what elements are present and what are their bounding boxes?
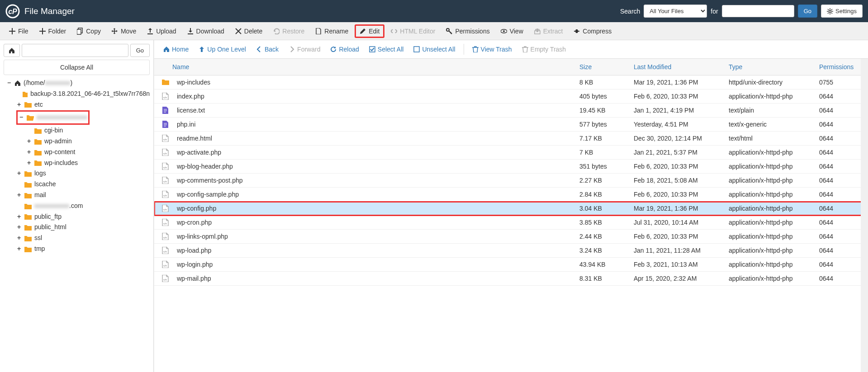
tree-item[interactable]: +wp-content: [26, 147, 150, 158]
nav-back-button[interactable]: Back: [251, 43, 283, 56]
tree-item[interactable]: lscache: [16, 179, 150, 190]
tree-item[interactable]: +ssl: [16, 233, 150, 244]
file-row[interactable]: wp-mail.php8.31 KBApr 15, 2020, 2:32 AMa…: [154, 272, 868, 286]
search-scope-select[interactable]: All Your Files: [644, 5, 707, 18]
file-row[interactable]: php.ini577 bytesYesterday, 4:51 PMtext/x…: [154, 118, 868, 132]
tree-item-label: public_ftp: [34, 212, 62, 222]
tree-item-label: mail: [34, 190, 46, 201]
tree-toggle[interactable]: +: [16, 244, 22, 254]
nav-unselect-all-button[interactable]: Unselect All: [409, 43, 460, 56]
col-header-type[interactable]: Type: [723, 59, 814, 75]
folder-icon: [24, 170, 32, 177]
file-perm: 0644: [814, 104, 868, 117]
col-header-size[interactable]: Size: [574, 59, 628, 75]
permissions-button[interactable]: Permissions: [441, 25, 494, 38]
scrollbar[interactable]: [861, 59, 868, 372]
tree-toggle[interactable]: −: [19, 112, 24, 123]
file-row[interactable]: wp-activate.php7 KBJan 21, 2021, 5:37 PM…: [154, 146, 868, 160]
tree-toggle[interactable]: +: [16, 99, 22, 110]
download-icon: [187, 28, 194, 34]
col-header-name[interactable]: Name: [154, 59, 574, 75]
file-perm: 0644: [814, 230, 868, 243]
edit-button[interactable]: Edit: [355, 24, 384, 38]
copy-icon: [77, 28, 83, 35]
file-perm: 0644: [814, 258, 868, 271]
file-row[interactable]: wp-load.php3.24 KBJan 11, 2021, 11:28 AM…: [154, 244, 868, 258]
file-row[interactable]: wp-blog-header.php351 bytesFeb 6, 2020, …: [154, 160, 868, 174]
tree-item[interactable]: +logs: [16, 168, 150, 179]
move-button[interactable]: Move: [107, 25, 141, 38]
new-folder-button[interactable]: Folder: [35, 25, 71, 38]
delete-button[interactable]: Delete: [231, 25, 267, 38]
tree-item[interactable]: −xxxxxxxxxxxxxxxx: [16, 110, 90, 125]
tree-item[interactable]: +wp-admin: [26, 136, 150, 147]
tree-toggle[interactable]: +: [16, 212, 22, 222]
tree-toggle[interactable]: +: [16, 190, 22, 201]
file-row[interactable]: wp-login.php43.94 KBFeb 3, 2021, 10:13 A…: [154, 258, 868, 272]
file-row[interactable]: wp-cron.php3.85 KBJul 31, 2020, 10:14 AM…: [154, 216, 868, 230]
settings-button[interactable]: Settings: [821, 5, 863, 18]
file-row[interactable]: index.php405 bytesFeb 6, 2020, 10:33 PMa…: [154, 89, 868, 104]
search-input[interactable]: [722, 5, 794, 17]
file-perm: 0644: [814, 272, 868, 285]
rename-button[interactable]: Rename: [311, 25, 353, 38]
tree-item[interactable]: +tmp: [16, 244, 150, 254]
nav-view-trash-button[interactable]: View Trash: [468, 43, 517, 56]
tree-toggle[interactable]: +: [26, 158, 32, 169]
file-row[interactable]: license.txt19.45 KBJan 1, 2021, 4:19 PMt…: [154, 104, 868, 118]
new-file-button[interactable]: File: [5, 25, 33, 38]
tree-toggle[interactable]: +: [16, 168, 22, 179]
collapse-all-button[interactable]: Collapse All: [4, 60, 150, 75]
path-go-button[interactable]: Go: [130, 44, 150, 57]
file-row[interactable]: wp-config.php3.04 KBMar 19, 2021, 1:36 P…: [154, 202, 868, 216]
file-name: php.ini: [177, 121, 195, 128]
undo-icon: [273, 28, 280, 34]
tree-item[interactable]: +wp-includes: [26, 158, 150, 169]
compress-button[interactable]: Compress: [569, 25, 616, 38]
tree-toggle[interactable]: +: [16, 222, 22, 233]
tree-item[interactable]: xxxxxxxxxxx.com: [16, 201, 150, 212]
copy-button[interactable]: Copy: [72, 25, 105, 38]
nav-select-all-button[interactable]: Select All: [365, 43, 408, 56]
extract-button[interactable]: Extract: [530, 25, 568, 38]
pencil-icon: [360, 28, 366, 34]
tree-toggle[interactable]: +: [26, 136, 32, 147]
file-row[interactable]: readme.html7.17 KBDec 30, 2020, 12:14 PM…: [154, 132, 868, 146]
file-row[interactable]: wp-config-sample.php2.84 KBFeb 6, 2020, …: [154, 188, 868, 202]
file-row[interactable]: wp-includes8 KBMar 19, 2021, 1:36 PMhttp…: [154, 75, 868, 89]
file-modified: Jul 31, 2020, 10:14 AM: [628, 216, 723, 229]
tree-toggle[interactable]: +: [26, 147, 32, 158]
nav-reload-button[interactable]: Reload: [326, 43, 363, 56]
file-type: text/plain: [723, 104, 814, 117]
html-editor-button[interactable]: HTML Editor: [386, 25, 440, 38]
search-go-button[interactable]: Go: [798, 5, 817, 18]
tree-item[interactable]: +public_html: [16, 222, 150, 233]
tree-item[interactable]: cgi-bin: [26, 125, 150, 136]
tree-item-label: backup-3.18.2021_06-46-21_t5lxw7rr768n: [30, 89, 150, 99]
restore-button[interactable]: Restore: [269, 25, 309, 38]
file-row[interactable]: wp-comments-post.php2.27 KBFeb 18, 2021,…: [154, 174, 868, 188]
nav-home-button[interactable]: Home: [159, 43, 193, 56]
download-button[interactable]: Download: [183, 25, 229, 38]
file-type: application/x-httpd-php: [723, 216, 814, 229]
col-header-permissions[interactable]: Permissions: [814, 59, 868, 75]
tree-item[interactable]: backup-3.18.2021_06-46-21_t5lxw7rr768n: [16, 89, 150, 99]
file-row[interactable]: wp-links-opml.php2.44 KBFeb 6, 2020, 10:…: [154, 230, 868, 244]
path-input[interactable]: [22, 44, 128, 57]
tree-root[interactable]: − (/home/xxxxxxxx): [6, 78, 150, 89]
tree-item[interactable]: +mail: [16, 190, 150, 201]
col-header-modified[interactable]: Last Modified: [628, 59, 723, 75]
tree-toggle[interactable]: +: [16, 233, 22, 244]
tree-item[interactable]: +public_ftp: [16, 212, 150, 222]
tree-toggle[interactable]: −: [6, 78, 12, 89]
file-perm: 0644: [814, 174, 868, 187]
view-button[interactable]: View: [496, 25, 528, 38]
tree-item[interactable]: +etc: [16, 99, 150, 110]
upload-button[interactable]: Upload: [142, 25, 180, 38]
file-size: 577 bytes: [574, 118, 628, 131]
nav-up-button[interactable]: Up One Level: [194, 43, 251, 56]
sidebar-home-button[interactable]: [4, 44, 20, 57]
nav-forward-button[interactable]: Forward: [284, 43, 325, 56]
nav-empty-trash-button[interactable]: Empty Trash: [517, 43, 571, 56]
up-arrow-icon: [199, 46, 205, 52]
